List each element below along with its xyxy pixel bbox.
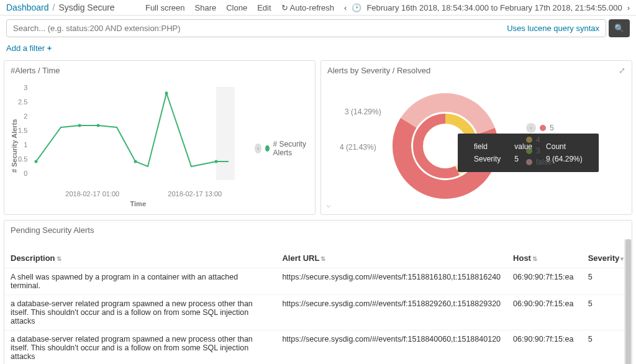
legend-dot [265, 145, 270, 152]
pending-alerts-panel: Pending Security Alerts Description⇅ Ale… [4, 220, 632, 364]
time-next-button[interactable]: › [627, 3, 630, 12]
alerts-severity-panel: Alerts by Severity / Resolved ⤢ 3 (14.29… [320, 60, 632, 215]
panel-title: #Alerts / Time [11, 66, 60, 75]
sort-down-icon: ▾ [620, 255, 624, 262]
add-filter-button[interactable]: Add a filter + [6, 43, 52, 53]
top-bar: Dashboard / Sysdig Secure Full screen Sh… [0, 0, 636, 16]
top-actions: Full screen Share Clone Edit ↻ Auto-refr… [145, 3, 630, 12]
cell-url: https://secure.sysdig.com/#/events/f:151… [276, 268, 507, 295]
legend-collapse-icon[interactable]: › [255, 143, 261, 153]
table-row[interactable]: A shell was spawned by a program in a co… [4, 268, 632, 295]
x-axis-label: Time [30, 200, 246, 207]
svg-point-6 [215, 160, 218, 163]
scrollbar[interactable] [624, 239, 632, 364]
search-row: Uses lucene query syntax 🔍 [0, 16, 636, 41]
line-legend: › # Security Alerts [255, 89, 309, 207]
time-prev-button[interactable]: ‹ [344, 3, 347, 12]
cell-description: a database-server related program spawne… [4, 295, 276, 330]
cell-host: 06:90:90:7f:15:ea [507, 268, 582, 295]
svg-rect-0 [216, 87, 235, 180]
sort-icon: ⇅ [532, 255, 537, 262]
cell-host: 06:90:90:7f:15:ea [507, 330, 582, 365]
legend-collapse-icon[interactable]: › [526, 123, 536, 133]
alerts-table: Description⇅ Alert URL⇅ Host⇅ Severity▾ … [4, 248, 632, 364]
collapse-icon[interactable]: ⌵ [326, 200, 331, 209]
breadcrumb-root[interactable]: Dashboard [6, 2, 49, 12]
breadcrumb: Dashboard / Sysdig Secure [6, 2, 115, 12]
svg-point-1 [35, 160, 38, 163]
panel-title: Alerts by Severity / Resolved [327, 66, 430, 75]
autorefresh-button[interactable]: ↻ Auto-refresh [281, 3, 334, 12]
svg-point-5 [165, 92, 168, 95]
svg-point-2 [78, 124, 81, 127]
time-range-label[interactable]: February 16th 2018, 18:54:34.000 to Febr… [366, 3, 622, 12]
cell-url: https://secure.sysdig.com/#/events/f:151… [276, 295, 507, 330]
clone-button[interactable]: Clone [226, 3, 247, 12]
y-axis-label: # Security Alerts [11, 84, 18, 207]
col-url[interactable]: Alert URL⇅ [276, 248, 507, 268]
breadcrumb-current: Sysdig Secure [58, 2, 114, 12]
lucene-hint-link[interactable]: Uses lucene query syntax [501, 24, 606, 33]
y-ticks: 32.521.510.50 [18, 84, 27, 177]
search-icon: 🔍 [614, 24, 624, 33]
breadcrumb-sep: / [53, 2, 55, 12]
filter-bar: Add a filter + [0, 41, 636, 60]
col-host[interactable]: Host⇅ [507, 248, 582, 268]
svg-point-3 [97, 124, 100, 127]
search-bar: Uses lucene query syntax [6, 19, 606, 37]
cell-url: https://secure.sysdig.com/#/events/f:151… [276, 330, 507, 365]
cell-description: a database-server related program spawne… [4, 330, 276, 365]
panel-title: Pending Security Alerts [4, 221, 632, 240]
visualization-row: #Alerts / Time # Security Alerts 32.521.… [0, 60, 636, 215]
search-button[interactable]: 🔍 [609, 19, 630, 37]
col-description[interactable]: Description⇅ [4, 248, 276, 268]
sort-icon: ⇅ [320, 255, 325, 262]
fullscreen-button[interactable]: Full screen [145, 3, 185, 12]
slice-label-4: 4 (21.43%) [340, 143, 376, 152]
search-input[interactable] [7, 20, 501, 37]
plus-icon: + [47, 43, 52, 53]
share-button[interactable]: Share [195, 3, 217, 12]
sort-icon: ⇅ [57, 255, 61, 262]
svg-point-4 [134, 160, 137, 163]
clock-icon: 🕑 [352, 3, 361, 12]
expand-icon[interactable]: ⤢ [619, 66, 625, 75]
time-navigation: ‹ 🕑 February 16th 2018, 18:54:34.000 to … [344, 3, 630, 12]
legend-dot [540, 125, 546, 131]
cell-description: A shell was spawned by a program in a co… [4, 268, 276, 295]
cell-host: 06:90:90:7f:15:ea [507, 295, 582, 330]
alerts-time-panel: #Alerts / Time # Security Alerts 32.521.… [4, 60, 316, 215]
edit-button[interactable]: Edit [257, 3, 271, 12]
legend-label: # Security Alerts [273, 140, 309, 157]
x-ticks: 2018-02-17 01:00 2018-02-17 13:00 [41, 190, 246, 198]
panel-header: #Alerts / Time [4, 61, 315, 80]
slice-label-3: 3 (14.29%) [345, 107, 381, 116]
line-chart [30, 84, 235, 189]
table-row[interactable]: a database-server related program spawne… [4, 295, 632, 330]
table-row[interactable]: a database-server related program spawne… [4, 330, 632, 365]
